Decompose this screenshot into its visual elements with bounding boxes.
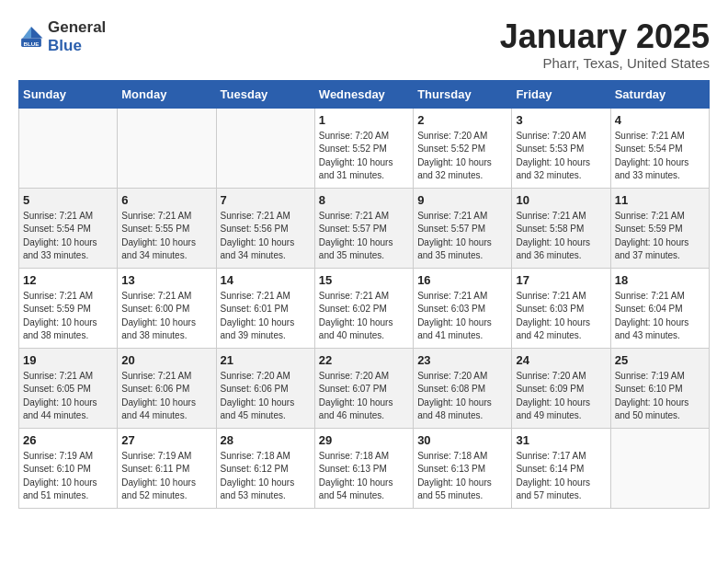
weekday-header-monday: Monday (118, 80, 216, 108)
day-info: Sunrise: 7:20 AMSunset: 6:08 PMDaylight:… (417, 370, 507, 423)
day-info: Sunrise: 7:21 AMSunset: 6:03 PMDaylight:… (417, 290, 507, 343)
calendar-week-row: 12Sunrise: 7:21 AMSunset: 5:59 PMDayligh… (19, 268, 710, 348)
day-info: Sunrise: 7:21 AMSunset: 5:57 PMDaylight:… (417, 210, 507, 263)
calendar-day-cell: 30Sunrise: 7:18 AMSunset: 6:13 PMDayligh… (414, 428, 512, 508)
calendar-title: January 2025 (500, 18, 710, 55)
calendar-day-cell: 26Sunrise: 7:19 AMSunset: 6:10 PMDayligh… (19, 428, 118, 508)
svg-marker-0 (31, 27, 42, 38)
day-info: Sunrise: 7:18 AMSunset: 6:12 PMDaylight:… (221, 450, 311, 503)
calendar-day-cell: 25Sunrise: 7:19 AMSunset: 6:10 PMDayligh… (610, 348, 709, 428)
calendar-day-cell: 16Sunrise: 7:21 AMSunset: 6:03 PMDayligh… (414, 268, 512, 348)
calendar-day-cell: 12Sunrise: 7:21 AMSunset: 5:59 PMDayligh… (19, 268, 118, 348)
calendar-day-cell: 6Sunrise: 7:21 AMSunset: 5:55 PMDaylight… (118, 188, 216, 268)
day-number: 3 (516, 113, 606, 127)
page-header: BLUE General Blue January 2025 Pharr, Te… (18, 18, 710, 71)
calendar-day-cell: 21Sunrise: 7:20 AMSunset: 6:06 PMDayligh… (216, 348, 314, 428)
day-info: Sunrise: 7:20 AMSunset: 6:09 PMDaylight:… (516, 370, 606, 423)
day-info: Sunrise: 7:21 AMSunset: 6:04 PMDaylight:… (615, 290, 705, 343)
logo: BLUE General Blue (18, 18, 106, 55)
weekday-header-row: SundayMondayTuesdayWednesdayThursdayFrid… (19, 80, 710, 108)
day-number: 11 (615, 193, 705, 207)
calendar-day-cell (118, 108, 216, 188)
day-info: Sunrise: 7:20 AMSunset: 5:52 PMDaylight:… (319, 130, 409, 183)
weekday-header-tuesday: Tuesday (216, 80, 314, 108)
day-info: Sunrise: 7:20 AMSunset: 5:53 PMDaylight:… (516, 130, 606, 183)
logo-general-text: General (48, 18, 106, 36)
day-info: Sunrise: 7:21 AMSunset: 5:54 PMDaylight:… (615, 130, 705, 183)
calendar-day-cell (19, 108, 118, 188)
calendar-subtitle: Pharr, Texas, United States (500, 55, 710, 71)
day-number: 29 (319, 433, 409, 447)
day-number: 23 (417, 353, 507, 367)
day-number: 10 (516, 193, 606, 207)
day-info: Sunrise: 7:21 AMSunset: 5:59 PMDaylight:… (615, 210, 705, 263)
calendar-day-cell: 5Sunrise: 7:21 AMSunset: 5:54 PMDaylight… (19, 188, 118, 268)
day-info: Sunrise: 7:21 AMSunset: 5:58 PMDaylight:… (516, 210, 606, 263)
weekday-header-saturday: Saturday (610, 80, 709, 108)
title-area: January 2025 Pharr, Texas, United States (500, 18, 710, 71)
calendar-day-cell: 10Sunrise: 7:21 AMSunset: 5:58 PMDayligh… (512, 188, 610, 268)
day-number: 8 (319, 193, 409, 207)
day-info: Sunrise: 7:21 AMSunset: 6:02 PMDaylight:… (319, 290, 409, 343)
calendar-day-cell: 3Sunrise: 7:20 AMSunset: 5:53 PMDaylight… (512, 108, 610, 188)
weekday-header-friday: Friday (512, 80, 610, 108)
calendar-day-cell: 24Sunrise: 7:20 AMSunset: 6:09 PMDayligh… (512, 348, 610, 428)
day-info: Sunrise: 7:20 AMSunset: 6:07 PMDaylight:… (319, 370, 409, 423)
day-number: 16 (417, 273, 507, 287)
day-info: Sunrise: 7:21 AMSunset: 5:57 PMDaylight:… (319, 210, 409, 263)
calendar-day-cell: 14Sunrise: 7:21 AMSunset: 6:01 PMDayligh… (216, 268, 314, 348)
day-number: 15 (319, 273, 409, 287)
weekday-header-thursday: Thursday (414, 80, 512, 108)
calendar-week-row: 26Sunrise: 7:19 AMSunset: 6:10 PMDayligh… (19, 428, 710, 508)
calendar-day-cell: 18Sunrise: 7:21 AMSunset: 6:04 PMDayligh… (610, 268, 709, 348)
calendar-day-cell: 20Sunrise: 7:21 AMSunset: 6:06 PMDayligh… (118, 348, 216, 428)
day-number: 12 (23, 273, 113, 287)
day-info: Sunrise: 7:21 AMSunset: 6:00 PMDaylight:… (121, 290, 211, 343)
svg-marker-1 (23, 27, 31, 38)
calendar-day-cell: 8Sunrise: 7:21 AMSunset: 5:57 PMDaylight… (314, 188, 413, 268)
calendar-day-cell: 7Sunrise: 7:21 AMSunset: 5:56 PMDaylight… (216, 188, 314, 268)
day-number: 21 (221, 353, 311, 367)
day-number: 22 (319, 353, 409, 367)
day-info: Sunrise: 7:21 AMSunset: 6:06 PMDaylight:… (121, 370, 211, 423)
day-info: Sunrise: 7:21 AMSunset: 5:55 PMDaylight:… (121, 210, 211, 263)
calendar-day-cell: 27Sunrise: 7:19 AMSunset: 6:11 PMDayligh… (118, 428, 216, 508)
day-info: Sunrise: 7:20 AMSunset: 5:52 PMDaylight:… (417, 130, 507, 183)
day-number: 26 (23, 433, 113, 447)
day-info: Sunrise: 7:19 AMSunset: 6:11 PMDaylight:… (121, 450, 211, 503)
calendar-day-cell: 11Sunrise: 7:21 AMSunset: 5:59 PMDayligh… (610, 188, 709, 268)
day-info: Sunrise: 7:19 AMSunset: 6:10 PMDaylight:… (615, 370, 705, 423)
day-info: Sunrise: 7:17 AMSunset: 6:14 PMDaylight:… (516, 450, 606, 503)
calendar-day-cell: 31Sunrise: 7:17 AMSunset: 6:14 PMDayligh… (512, 428, 610, 508)
logo-icon: BLUE (18, 24, 44, 50)
day-info: Sunrise: 7:21 AMSunset: 6:05 PMDaylight:… (23, 370, 113, 423)
day-number: 1 (319, 113, 409, 127)
calendar-table: SundayMondayTuesdayWednesdayThursdayFrid… (18, 80, 710, 509)
weekday-header-sunday: Sunday (19, 80, 118, 108)
day-number: 2 (417, 113, 507, 127)
day-number: 28 (221, 433, 311, 447)
day-info: Sunrise: 7:21 AMSunset: 5:54 PMDaylight:… (23, 210, 113, 263)
calendar-day-cell: 23Sunrise: 7:20 AMSunset: 6:08 PMDayligh… (414, 348, 512, 428)
calendar-week-row: 5Sunrise: 7:21 AMSunset: 5:54 PMDaylight… (19, 188, 710, 268)
calendar-day-cell: 22Sunrise: 7:20 AMSunset: 6:07 PMDayligh… (314, 348, 413, 428)
calendar-day-cell: 17Sunrise: 7:21 AMSunset: 6:03 PMDayligh… (512, 268, 610, 348)
day-number: 14 (221, 273, 311, 287)
calendar-day-cell: 9Sunrise: 7:21 AMSunset: 5:57 PMDaylight… (414, 188, 512, 268)
day-info: Sunrise: 7:21 AMSunset: 6:03 PMDaylight:… (516, 290, 606, 343)
calendar-week-row: 1Sunrise: 7:20 AMSunset: 5:52 PMDaylight… (19, 108, 710, 188)
calendar-day-cell: 28Sunrise: 7:18 AMSunset: 6:12 PMDayligh… (216, 428, 314, 508)
calendar-day-cell: 15Sunrise: 7:21 AMSunset: 6:02 PMDayligh… (314, 268, 413, 348)
day-number: 4 (615, 113, 705, 127)
day-number: 30 (417, 433, 507, 447)
day-info: Sunrise: 7:21 AMSunset: 6:01 PMDaylight:… (221, 290, 311, 343)
day-number: 13 (121, 273, 211, 287)
logo-blue-text: Blue (48, 37, 82, 54)
calendar-day-cell (610, 428, 709, 508)
day-number: 25 (615, 353, 705, 367)
day-number: 6 (121, 193, 211, 207)
day-info: Sunrise: 7:21 AMSunset: 5:59 PMDaylight:… (23, 290, 113, 343)
day-number: 27 (121, 433, 211, 447)
day-info: Sunrise: 7:18 AMSunset: 6:13 PMDaylight:… (417, 450, 507, 503)
weekday-header-wednesday: Wednesday (314, 80, 413, 108)
